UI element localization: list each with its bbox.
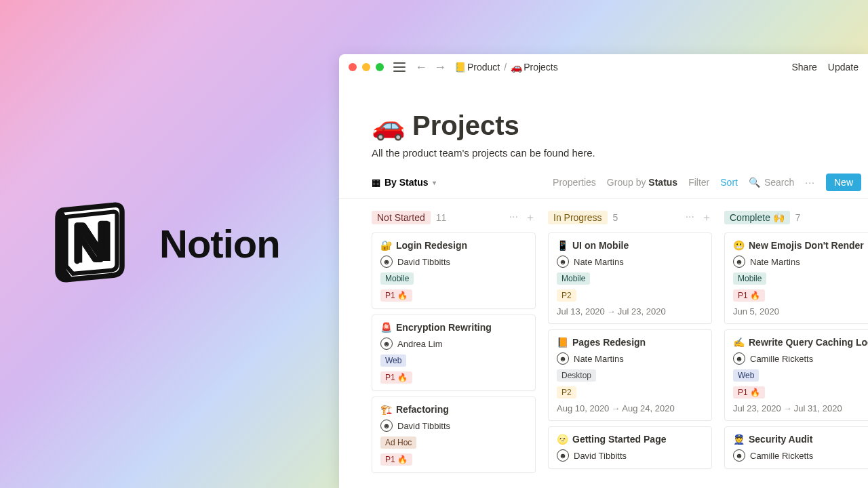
chevron-down-icon: ▾ <box>433 179 436 186</box>
maximize-window-button[interactable] <box>376 63 384 71</box>
back-button[interactable]: ← <box>415 61 427 73</box>
board-card[interactable]: ✍️Rewrite Query Caching Logic☻Camille Ri… <box>724 329 868 421</box>
priority-tag: P1 🔥 <box>380 453 412 466</box>
breadcrumb-item-product[interactable]: 📒Product <box>454 62 500 73</box>
card-icon: 👮 <box>733 434 745 445</box>
card-assignee: ☻Camille Ricketts <box>733 352 868 365</box>
share-button[interactable]: Share <box>791 62 816 73</box>
priority-tag: P2 <box>557 289 576 302</box>
column-status-badge[interactable]: Not Started <box>372 211 431 224</box>
board-card[interactable]: 🔐Login Redesign☻David TibbittsMobileP1 🔥 <box>372 232 536 309</box>
card-assignee: ☻Nate Martins <box>557 256 703 268</box>
board-view-icon: ▦ <box>372 177 380 188</box>
board-card[interactable]: 🚨Encryption Rewriting☻Andrea LimWebP1 🔥 <box>372 314 536 391</box>
card-tags: Web <box>380 354 527 367</box>
column-count: 7 <box>795 212 801 223</box>
forward-button[interactable]: → <box>434 61 446 73</box>
page-description[interactable]: All the product team's projects can be f… <box>372 147 868 159</box>
card-assignee: ☻Nate Martins <box>557 352 703 365</box>
card-assignee: ☻Nate Martins <box>733 256 868 268</box>
breadcrumb-label: Product <box>467 62 500 73</box>
avatar-icon: ☻ <box>733 449 745 462</box>
card-title: ✍️Rewrite Query Caching Logic <box>733 337 868 348</box>
card-tags: Mobile <box>733 272 868 285</box>
card-priority: P1 🔥 <box>380 371 527 384</box>
card-icon: 📙 <box>557 337 568 348</box>
avatar-icon: ☻ <box>380 420 393 432</box>
new-button[interactable]: New <box>826 174 861 191</box>
kanban-board: Not Started11···＋🔐Login Redesign☻David T… <box>339 199 868 488</box>
column-more-button[interactable]: ··· <box>509 211 518 225</box>
column-status-badge[interactable]: In Progress <box>548 211 608 224</box>
search-button[interactable]: 🔍 Search <box>749 177 794 188</box>
page-title-text[interactable]: Projects <box>412 110 519 141</box>
card-title: 🔐Login Redesign <box>380 240 527 251</box>
avatar-icon: ☻ <box>380 338 393 350</box>
avatar-icon: ☻ <box>557 449 569 462</box>
avatar-icon: ☻ <box>557 256 569 268</box>
card-icon: ✍️ <box>733 337 745 348</box>
breadcrumb-item-projects[interactable]: 🚗Projects <box>511 62 558 73</box>
breadcrumb: 📒Product / 🚗Projects <box>454 62 558 73</box>
board-column: Complete 🙌7😬New Emojis Don't Render☻Nate… <box>724 208 868 488</box>
view-name: By Status <box>384 177 429 188</box>
column-header: Complete 🙌7 <box>724 208 868 227</box>
card-tags: Web <box>733 369 868 382</box>
priority-tag: P1 🔥 <box>380 371 412 384</box>
close-window-button[interactable] <box>349 63 357 71</box>
avatar-icon: ☻ <box>380 256 393 268</box>
search-icon: 🔍 <box>749 177 760 188</box>
window-controls <box>349 63 384 71</box>
column-header: In Progress5···＋ <box>548 208 712 227</box>
column-status-badge[interactable]: Complete 🙌 <box>724 211 790 224</box>
groupby-button[interactable]: Group by Status <box>607 177 677 188</box>
card-title: 😬New Emojis Don't Render <box>733 240 868 251</box>
sort-button[interactable]: Sort <box>720 177 738 188</box>
board-card[interactable]: 👮Security Audit☻Camille Ricketts <box>724 426 868 469</box>
sidebar-toggle-button[interactable] <box>393 62 406 72</box>
car-icon: 🚗 <box>511 62 522 73</box>
card-tags: Ad Hoc <box>380 436 527 449</box>
updates-button[interactable]: Update <box>828 62 859 73</box>
board-column: Not Started11···＋🔐Login Redesign☻David T… <box>372 208 536 488</box>
board-column: In Progress5···＋📱UI on Mobile☻Nate Marti… <box>548 208 712 488</box>
column-more-button[interactable]: ··· <box>686 211 694 225</box>
card-icon: 😬 <box>733 240 745 251</box>
view-switcher[interactable]: ▦ By Status ▾ <box>372 177 436 188</box>
avatar-icon: ☻ <box>733 256 745 268</box>
column-add-button[interactable]: ＋ <box>525 211 536 225</box>
board-card[interactable]: 😬New Emojis Don't Render☻Nate MartinsMob… <box>724 232 868 324</box>
card-priority: P1 🔥 <box>380 289 527 302</box>
priority-tag: P2 <box>557 386 576 399</box>
card-icon: 🔐 <box>380 240 392 251</box>
database-toolbar: ▦ By Status ▾ Properties Group by Status… <box>339 164 868 199</box>
board-card[interactable]: 📱UI on Mobile☻Nate MartinsMobileP2Jul 13… <box>548 232 712 324</box>
nav-buttons: ← → <box>415 61 446 73</box>
card-title: 🏗️Refactoring <box>380 404 527 415</box>
board-card[interactable]: 🌝Getting Started Page☻David Tibbitts <box>548 426 712 469</box>
page-icon[interactable]: 🚗 <box>372 110 406 142</box>
avatar-icon: ☻ <box>733 352 745 365</box>
more-button[interactable]: ··· <box>805 177 815 188</box>
card-dates: Jul 23, 2020→Jul 31, 2020 <box>733 403 868 413</box>
card-assignee: ☻David Tibbitts <box>380 420 527 432</box>
board-card[interactable]: 📙Pages Redesign☻Nate MartinsDesktopP2Aug… <box>548 329 712 421</box>
card-title: 📙Pages Redesign <box>557 337 703 348</box>
tag: Web <box>733 369 759 382</box>
tag: Desktop <box>557 369 596 382</box>
card-tags: Desktop <box>557 369 703 382</box>
tag: Mobile <box>557 272 590 285</box>
breadcrumb-label: Projects <box>524 62 558 73</box>
notebook-icon: 📒 <box>454 62 466 73</box>
card-assignee: ☻Andrea Lim <box>380 338 527 350</box>
tag: Mobile <box>380 272 414 285</box>
card-assignee: ☻Camille Ricketts <box>733 449 868 462</box>
column-add-button[interactable]: ＋ <box>701 211 712 225</box>
board-card[interactable]: 🏗️Refactoring☻David TibbittsAd HocP1 🔥 <box>372 396 536 473</box>
card-assignee: ☻David Tibbitts <box>380 256 527 268</box>
card-dates: Aug 10, 2020→Aug 24, 2020 <box>557 403 703 413</box>
properties-button[interactable]: Properties <box>553 177 596 188</box>
card-title: 🌝Getting Started Page <box>557 434 703 445</box>
minimize-window-button[interactable] <box>362 63 370 71</box>
filter-button[interactable]: Filter <box>688 177 709 188</box>
